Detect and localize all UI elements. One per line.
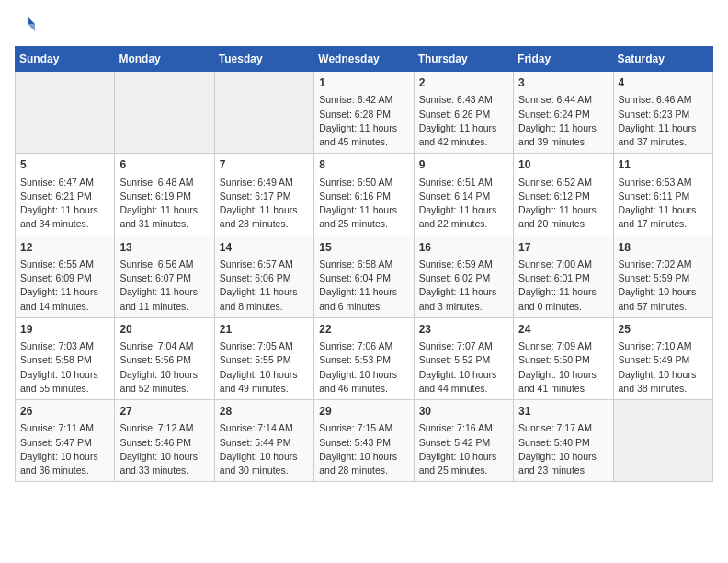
col-header-friday: Friday bbox=[514, 47, 613, 72]
day-number: 27 bbox=[119, 404, 209, 419]
day-number: 1 bbox=[319, 75, 408, 91]
calendar-cell: 9Sunrise: 6:51 AM Sunset: 6:14 PM Daylig… bbox=[414, 154, 513, 236]
day-number: 7 bbox=[220, 157, 309, 173]
day-number: 25 bbox=[619, 322, 708, 338]
day-info: Sunrise: 7:00 AM Sunset: 6:01 PM Dayligh… bbox=[518, 258, 608, 314]
day-number: 2 bbox=[419, 75, 508, 91]
calendar-cell: 25Sunrise: 7:10 AM Sunset: 5:49 PM Dayli… bbox=[613, 317, 712, 399]
col-header-monday: Monday bbox=[115, 47, 214, 72]
calendar-cell: 24Sunrise: 7:09 AM Sunset: 5:50 PM Dayli… bbox=[514, 317, 613, 399]
day-number: 3 bbox=[518, 75, 608, 91]
day-info: Sunrise: 7:17 AM Sunset: 5:40 PM Dayligh… bbox=[518, 421, 608, 477]
day-number: 15 bbox=[319, 240, 408, 256]
calendar-cell bbox=[16, 72, 115, 154]
day-info: Sunrise: 6:44 AM Sunset: 6:24 PM Dayligh… bbox=[518, 93, 608, 149]
day-number: 24 bbox=[518, 322, 608, 338]
day-info: Sunrise: 6:58 AM Sunset: 6:04 PM Dayligh… bbox=[319, 258, 408, 314]
calendar-cell: 3Sunrise: 6:44 AM Sunset: 6:24 PM Daylig… bbox=[514, 72, 613, 154]
day-info: Sunrise: 7:03 AM Sunset: 5:58 PM Dayligh… bbox=[20, 339, 109, 396]
week-row-1: 1Sunrise: 6:42 AM Sunset: 6:28 PM Daylig… bbox=[16, 72, 713, 154]
day-number: 9 bbox=[419, 157, 508, 173]
week-row-2: 5Sunrise: 6:47 AM Sunset: 6:21 PM Daylig… bbox=[16, 154, 713, 236]
day-number: 23 bbox=[419, 322, 508, 338]
day-number: 12 bbox=[20, 240, 109, 256]
calendar-cell: 4Sunrise: 6:46 AM Sunset: 6:23 PM Daylig… bbox=[613, 72, 712, 154]
svg-marker-0 bbox=[28, 17, 35, 24]
day-info: Sunrise: 6:48 AM Sunset: 6:19 PM Dayligh… bbox=[119, 176, 209, 232]
day-number: 29 bbox=[319, 404, 408, 419]
calendar-cell: 6Sunrise: 6:48 AM Sunset: 6:19 PM Daylig… bbox=[115, 154, 214, 236]
day-info: Sunrise: 6:53 AM Sunset: 6:11 PM Dayligh… bbox=[619, 176, 708, 232]
calendar-cell: 26Sunrise: 7:11 AM Sunset: 5:47 PM Dayli… bbox=[16, 400, 115, 482]
calendar-cell: 18Sunrise: 7:02 AM Sunset: 5:59 PM Dayli… bbox=[613, 236, 712, 317]
calendar-cell: 23Sunrise: 7:07 AM Sunset: 5:52 PM Dayli… bbox=[414, 317, 513, 399]
day-info: Sunrise: 7:05 AM Sunset: 5:55 PM Dayligh… bbox=[220, 339, 309, 396]
day-number: 31 bbox=[518, 404, 608, 419]
day-number: 11 bbox=[619, 157, 708, 173]
day-info: Sunrise: 7:10 AM Sunset: 5:49 PM Dayligh… bbox=[619, 339, 708, 396]
calendar-table: SundayMondayTuesdayWednesdayThursdayFrid… bbox=[15, 46, 713, 482]
day-info: Sunrise: 6:49 AM Sunset: 6:17 PM Dayligh… bbox=[220, 176, 309, 232]
calendar-cell: 30Sunrise: 7:16 AM Sunset: 5:42 PM Dayli… bbox=[414, 400, 513, 482]
day-info: Sunrise: 7:12 AM Sunset: 5:46 PM Dayligh… bbox=[119, 421, 209, 477]
calendar-cell: 20Sunrise: 7:04 AM Sunset: 5:56 PM Dayli… bbox=[115, 317, 214, 399]
day-info: Sunrise: 7:16 AM Sunset: 5:42 PM Dayligh… bbox=[419, 421, 508, 477]
calendar-cell: 22Sunrise: 7:06 AM Sunset: 5:53 PM Dayli… bbox=[314, 317, 414, 399]
day-number: 4 bbox=[619, 75, 708, 91]
day-info: Sunrise: 6:57 AM Sunset: 6:06 PM Dayligh… bbox=[220, 258, 309, 314]
day-number: 26 bbox=[20, 404, 109, 419]
week-row-3: 12Sunrise: 6:55 AM Sunset: 6:09 PM Dayli… bbox=[16, 236, 713, 317]
week-row-5: 26Sunrise: 7:11 AM Sunset: 5:47 PM Dayli… bbox=[16, 400, 713, 482]
day-info: Sunrise: 7:06 AM Sunset: 5:53 PM Dayligh… bbox=[319, 339, 408, 396]
logo bbox=[15, 15, 37, 35]
calendar-cell: 28Sunrise: 7:14 AM Sunset: 5:44 PM Dayli… bbox=[214, 400, 313, 482]
day-number: 22 bbox=[319, 322, 408, 338]
day-info: Sunrise: 7:02 AM Sunset: 5:59 PM Dayligh… bbox=[619, 258, 708, 314]
calendar-cell: 5Sunrise: 6:47 AM Sunset: 6:21 PM Daylig… bbox=[16, 154, 115, 236]
day-number: 5 bbox=[20, 157, 109, 173]
calendar-cell bbox=[214, 72, 313, 154]
page-header bbox=[15, 15, 713, 35]
svg-marker-1 bbox=[28, 24, 35, 31]
day-info: Sunrise: 7:11 AM Sunset: 5:47 PM Dayligh… bbox=[20, 421, 109, 477]
calendar-cell: 21Sunrise: 7:05 AM Sunset: 5:55 PM Dayli… bbox=[214, 317, 313, 399]
calendar-cell: 19Sunrise: 7:03 AM Sunset: 5:58 PM Dayli… bbox=[16, 317, 115, 399]
day-number: 13 bbox=[119, 240, 209, 256]
day-number: 20 bbox=[119, 322, 209, 338]
calendar-cell: 2Sunrise: 6:43 AM Sunset: 6:26 PM Daylig… bbox=[414, 72, 513, 154]
day-info: Sunrise: 6:59 AM Sunset: 6:02 PM Dayligh… bbox=[419, 258, 508, 314]
calendar-cell: 12Sunrise: 6:55 AM Sunset: 6:09 PM Dayli… bbox=[16, 236, 115, 317]
col-header-sunday: Sunday bbox=[16, 47, 115, 72]
day-info: Sunrise: 6:52 AM Sunset: 6:12 PM Dayligh… bbox=[518, 176, 608, 232]
calendar-cell: 10Sunrise: 6:52 AM Sunset: 6:12 PM Dayli… bbox=[514, 154, 613, 236]
day-number: 17 bbox=[518, 240, 608, 256]
day-number: 21 bbox=[220, 322, 309, 338]
day-info: Sunrise: 7:04 AM Sunset: 5:56 PM Dayligh… bbox=[119, 339, 209, 396]
day-info: Sunrise: 7:07 AM Sunset: 5:52 PM Dayligh… bbox=[419, 339, 508, 396]
calendar-cell: 13Sunrise: 6:56 AM Sunset: 6:07 PM Dayli… bbox=[115, 236, 214, 317]
calendar-cell bbox=[115, 72, 214, 154]
calendar-cell: 31Sunrise: 7:17 AM Sunset: 5:40 PM Dayli… bbox=[514, 400, 613, 482]
calendar-cell: 14Sunrise: 6:57 AM Sunset: 6:06 PM Dayli… bbox=[214, 236, 313, 317]
calendar-cell: 1Sunrise: 6:42 AM Sunset: 6:28 PM Daylig… bbox=[314, 72, 414, 154]
day-info: Sunrise: 6:42 AM Sunset: 6:28 PM Dayligh… bbox=[319, 93, 408, 149]
calendar-cell: 16Sunrise: 6:59 AM Sunset: 6:02 PM Dayli… bbox=[414, 236, 513, 317]
day-number: 19 bbox=[20, 322, 109, 338]
day-info: Sunrise: 7:15 AM Sunset: 5:43 PM Dayligh… bbox=[319, 421, 408, 477]
day-number: 14 bbox=[220, 240, 309, 256]
day-info: Sunrise: 6:55 AM Sunset: 6:09 PM Dayligh… bbox=[20, 258, 109, 314]
calendar-cell: 11Sunrise: 6:53 AM Sunset: 6:11 PM Dayli… bbox=[613, 154, 712, 236]
day-info: Sunrise: 6:43 AM Sunset: 6:26 PM Dayligh… bbox=[419, 93, 508, 149]
day-info: Sunrise: 7:14 AM Sunset: 5:44 PM Dayligh… bbox=[220, 421, 309, 477]
calendar-cell: 15Sunrise: 6:58 AM Sunset: 6:04 PM Dayli… bbox=[314, 236, 414, 317]
day-number: 10 bbox=[518, 157, 608, 173]
day-info: Sunrise: 6:51 AM Sunset: 6:14 PM Dayligh… bbox=[419, 176, 508, 232]
col-header-saturday: Saturday bbox=[613, 47, 712, 72]
col-header-tuesday: Tuesday bbox=[214, 47, 313, 72]
col-header-wednesday: Wednesday bbox=[314, 47, 414, 72]
day-number: 16 bbox=[419, 240, 508, 256]
calendar-cell: 8Sunrise: 6:50 AM Sunset: 6:16 PM Daylig… bbox=[314, 154, 414, 236]
week-row-4: 19Sunrise: 7:03 AM Sunset: 5:58 PM Dayli… bbox=[16, 317, 713, 399]
col-header-thursday: Thursday bbox=[414, 47, 513, 72]
day-info: Sunrise: 6:56 AM Sunset: 6:07 PM Dayligh… bbox=[119, 258, 209, 314]
